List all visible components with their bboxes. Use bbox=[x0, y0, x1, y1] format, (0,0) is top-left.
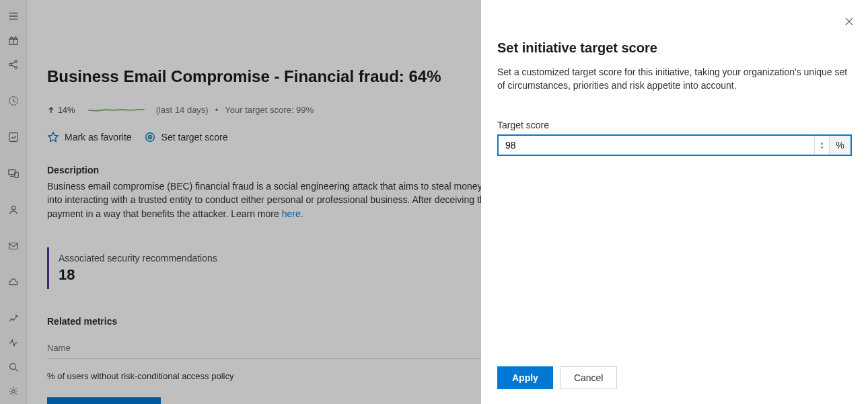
target-score-input-wrap: ▲ ▼ % bbox=[497, 134, 852, 156]
target-score-field-label: Target score bbox=[497, 120, 852, 130]
apply-button[interactable]: Apply bbox=[497, 366, 553, 389]
chevron-up-icon: ▲ bbox=[820, 140, 824, 145]
close-button[interactable] bbox=[844, 16, 855, 30]
panel-title: Set initiative target score bbox=[497, 40, 852, 56]
percent-suffix: % bbox=[829, 136, 851, 155]
target-score-input[interactable] bbox=[499, 136, 814, 155]
cancel-button[interactable]: Cancel bbox=[560, 366, 618, 389]
panel-footer: Apply Cancel bbox=[497, 353, 852, 389]
chevron-down-icon: ▼ bbox=[820, 145, 824, 150]
panel-description: Set a customized target score for this i… bbox=[497, 65, 852, 93]
close-icon bbox=[844, 16, 855, 27]
side-panel: Set initiative target score Set a custom… bbox=[481, 0, 868, 404]
stepper-buttons[interactable]: ▲ ▼ bbox=[814, 136, 829, 155]
